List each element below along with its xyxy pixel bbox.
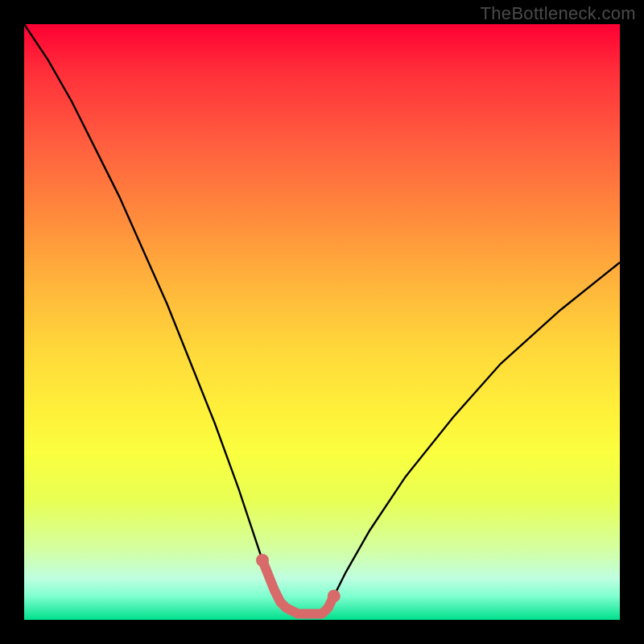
watermark-text: TheBottleneck.com [481,3,636,24]
bottleneck-curve-line [24,24,620,614]
highlight-endpoint-dot [256,554,269,567]
chart-plot-area [24,24,620,620]
highlight-endpoint-dot [328,589,341,602]
chart-svg [24,24,620,620]
sweet-spot-highlight-line [262,560,334,614]
chart-frame: TheBottleneck.com [0,0,644,644]
